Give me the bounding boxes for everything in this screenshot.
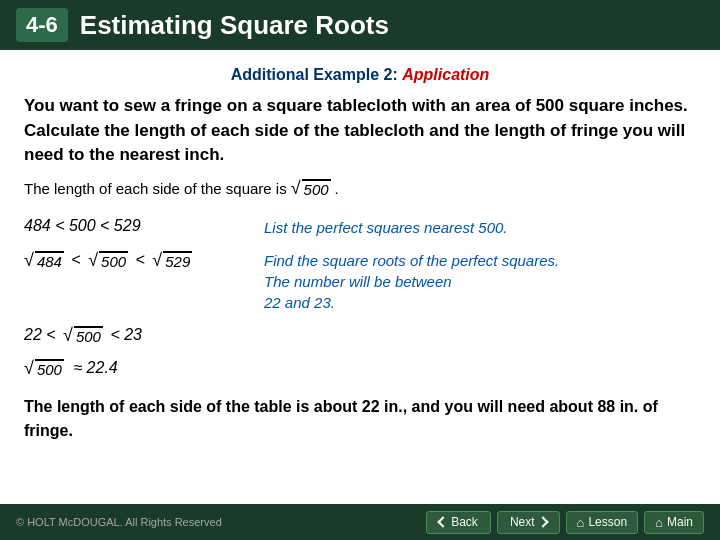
main-button[interactable]: ⌂ Main bbox=[644, 511, 704, 534]
sqrt-484: √484 bbox=[24, 250, 64, 271]
subtitle-prefix: Additional Example 2: bbox=[231, 66, 403, 83]
sqrt-value: 500 bbox=[302, 179, 331, 198]
side-length-prefix: The length of each side of the square is bbox=[24, 180, 287, 197]
lesson-home-icon: ⌂ bbox=[577, 515, 585, 530]
main-content: Additional Example 2: Application You wa… bbox=[0, 50, 720, 503]
problem-text: You want to sew a fringe on a square tab… bbox=[24, 94, 696, 168]
next-button[interactable]: Next bbox=[497, 511, 560, 534]
step-1: 484 < 500 < 529 List the perfect squares… bbox=[24, 217, 696, 238]
main-label: Main bbox=[667, 515, 693, 529]
step-1-desc: List the perfect squares nearest 500. bbox=[264, 217, 507, 238]
subtitle-italic: Application bbox=[402, 66, 489, 83]
step-4: √500 ≈ 22.4 bbox=[24, 358, 696, 379]
back-label: Back bbox=[451, 515, 478, 529]
sqrt-529: √529 bbox=[152, 250, 192, 271]
step-1-math: 484 < 500 < 529 bbox=[24, 217, 244, 235]
sqrt-500-step2: √500 bbox=[88, 250, 128, 271]
sqrt-symbol: √ bbox=[291, 178, 301, 199]
section-badge: 4-6 bbox=[16, 8, 68, 42]
step-2-desc: Find the square roots of the perfect squ… bbox=[264, 250, 559, 313]
sqrt-500-step4: √500 bbox=[24, 358, 64, 379]
back-button[interactable]: Back bbox=[426, 511, 491, 534]
back-arrow-icon bbox=[438, 516, 449, 527]
lesson-label: Lesson bbox=[588, 515, 627, 529]
header: 4-6 Estimating Square Roots bbox=[0, 0, 720, 50]
sqrt-500-step3: √500 bbox=[63, 325, 103, 346]
step-3: 22 < √500 < 23 bbox=[24, 325, 696, 346]
step-4-math: √500 ≈ 22.4 bbox=[24, 358, 244, 379]
nav-buttons: Back Next ⌂ Lesson ⌂ Main bbox=[426, 511, 704, 534]
copyright: © HOLT McDOUGAL. All Rights Reserved bbox=[16, 516, 222, 528]
step-3-math: 22 < √500 < 23 bbox=[24, 325, 244, 346]
example-subtitle: Additional Example 2: Application bbox=[24, 66, 696, 84]
step-2-math: √484 < √500 < √529 bbox=[24, 250, 244, 271]
solution-steps: 484 < 500 < 529 List the perfect squares… bbox=[24, 217, 696, 379]
step-2: √484 < √500 < √529 Find the square roots… bbox=[24, 250, 696, 313]
next-label: Next bbox=[510, 515, 535, 529]
lesson-button[interactable]: ⌂ Lesson bbox=[566, 511, 639, 534]
conclusion-text: The length of each side of the table is … bbox=[24, 395, 696, 443]
footer: © HOLT McDOUGAL. All Rights Reserved Bac… bbox=[0, 504, 720, 540]
next-arrow-icon bbox=[537, 516, 548, 527]
sqrt-500-inline: √500 bbox=[291, 178, 331, 199]
side-length-intro: The length of each side of the square is… bbox=[24, 178, 696, 199]
page-title: Estimating Square Roots bbox=[80, 10, 389, 41]
side-length-suffix: . bbox=[335, 180, 339, 197]
main-home-icon: ⌂ bbox=[655, 515, 663, 530]
